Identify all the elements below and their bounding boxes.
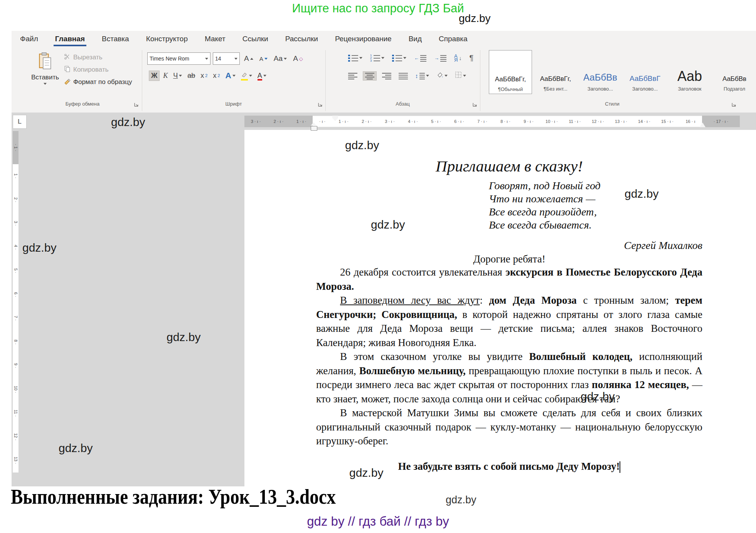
tab-insert[interactable]: Вставка (100, 33, 131, 46)
highlight-button[interactable] (239, 71, 254, 81)
copy-icon (64, 66, 71, 74)
paragraph-1[interactable]: 26 декабря состоится увлекательная экску… (316, 265, 702, 293)
paragraph-2[interactable]: В заповедном лесу вас ждут: дом Деда Мор… (316, 293, 702, 350)
font-dialog-launcher[interactable] (318, 102, 323, 107)
style-card-title[interactable]: Aab Заголовок (668, 50, 711, 93)
format-painter-icon (64, 78, 71, 86)
line-spacing-icon: ↕ (415, 72, 418, 79)
poem-author[interactable]: Сергей Михалков (316, 239, 702, 252)
shrink-font-button[interactable]: А (258, 55, 269, 63)
align-left-icon (348, 72, 357, 79)
bold-button[interactable]: Ж (149, 71, 160, 81)
tab-review[interactable]: Рецензирование (333, 33, 393, 46)
align-right-icon (382, 72, 391, 79)
font-group-label: Шрифт (142, 101, 325, 110)
format-painter-button[interactable]: Формат по образцу (64, 78, 132, 86)
show-marks-button[interactable]: ¶ (467, 53, 475, 63)
chevron-down-icon (359, 57, 362, 59)
paste-button[interactable]: Вставить (28, 52, 62, 85)
multilevel-list-button[interactable] (390, 54, 408, 62)
style-card-no-spacing[interactable]: АаБбВвГг, ¶Без инт... (534, 50, 577, 93)
ruler-left-margin: 3 · ı ·2 · ı ·1 · ı · (244, 116, 313, 127)
watermark: gdz.by (59, 442, 93, 455)
footer-links: gdz by // гдз бай // гдз by (0, 514, 756, 529)
underline-button[interactable]: Ч (171, 71, 184, 81)
style-card-subtitle[interactable]: АаБбВв Подзагол (713, 50, 756, 93)
borders-button[interactable] (453, 71, 468, 81)
chevron-down-icon (205, 58, 208, 60)
line-spacing-button[interactable]: ↕ (413, 72, 431, 80)
increase-indent-button[interactable]: → (432, 54, 448, 62)
clear-formatting-button[interactable]: А ◇ (291, 54, 305, 64)
align-right-button[interactable] (380, 72, 393, 80)
font-color-icon: А (258, 72, 262, 80)
paragraph-dialog-launcher[interactable] (473, 102, 478, 107)
chevron-down-icon (232, 75, 236, 77)
chevron-down-icon (249, 75, 252, 77)
cut-button[interactable]: Вырезать (64, 53, 103, 62)
watermark: gdz.by (111, 116, 145, 129)
style-card-normal[interactable]: АаБбВвГг, ¶Обычный (489, 50, 532, 94)
promo-header: Ищите нас по запросу ГДЗ Бай (0, 2, 756, 15)
watermark: gdz.by (345, 139, 379, 152)
paragraph-4[interactable]: В мастерской Матушки Зимы вы сможете сде… (316, 406, 702, 448)
tab-file[interactable]: Файл (19, 33, 40, 46)
document-canvas: Приглашаем в сказку! Говорят, под Новый … (12, 113, 756, 486)
sort-button[interactable]: АЯ ↓ (452, 54, 463, 63)
change-case-button[interactable]: Аа (272, 54, 289, 64)
tab-references[interactable]: Ссылки (241, 33, 270, 46)
tab-design[interactable]: Конструктор (145, 33, 189, 46)
eraser-icon: ◇ (299, 56, 303, 62)
tab-home[interactable]: Главная (54, 33, 86, 46)
text-effects-button[interactable]: А (224, 70, 237, 81)
subscript-button[interactable]: x2 (199, 71, 209, 81)
poem-line[interactable]: Что ни пожелается — (489, 192, 702, 205)
tab-layout[interactable]: Макет (203, 33, 227, 46)
document-page[interactable]: Приглашаем в сказку! Говорят, под Новый … (244, 130, 756, 486)
superscript-button[interactable]: x2 (211, 71, 222, 81)
multilevel-list-icon (392, 55, 402, 62)
watermark: gdz.by (349, 466, 383, 479)
ribbon-tab-row: Файл Главная Вставка Конструктор Макет С… (19, 31, 469, 49)
watermark: gdz.by (459, 12, 491, 25)
horizontal-ruler[interactable]: 3 · ı ·2 · ı ·1 · ı · · ı ·1 · ı ·2 · ı … (244, 116, 740, 127)
justify-button[interactable] (397, 72, 410, 80)
caret-up-icon (250, 58, 253, 60)
watermark: gdz.by (581, 390, 615, 403)
copy-button[interactable]: Копировать (64, 66, 109, 74)
clipboard-dialog-launcher[interactable] (134, 102, 140, 107)
paragraph-3[interactable]: В этом сказочном уголке вы увидите Волше… (316, 350, 702, 406)
font-name-combo[interactable]: Times New Rom (147, 52, 210, 65)
clipboard-group-label: Буфер обмена (23, 101, 142, 110)
align-left-button[interactable] (346, 72, 359, 80)
font-color-button[interactable]: А (256, 71, 268, 81)
tab-mailings[interactable]: Рассылки (284, 33, 320, 46)
poem-line[interactable]: Говорят, под Новый год (489, 179, 702, 192)
tab-view[interactable]: Вид (407, 33, 423, 46)
doc-heading[interactable]: Приглашаем в сказку! (316, 157, 702, 175)
highlighter-icon (241, 72, 248, 80)
grow-font-button[interactable]: А (242, 54, 255, 64)
poem-block[interactable]: Говорят, под Новый годЧто ни пожелается … (489, 179, 702, 232)
vertical-ruler[interactable]: · 1 · 1 ·2 ·3 ·4 ·5 ·6 ·7 ·8 ·9 ·10 ·11 … (13, 131, 19, 472)
decrease-indent-button[interactable]: ← (412, 54, 428, 62)
strikethrough-button[interactable]: ab (185, 71, 197, 81)
font-size-value: 14 (215, 55, 221, 62)
style-card-heading2[interactable]: АаБбВвГ Заголово... (624, 50, 666, 93)
tab-selector-box[interactable]: L (13, 115, 27, 129)
italic-button[interactable]: К (161, 71, 170, 81)
font-size-combo[interactable]: 14 (213, 52, 240, 65)
align-center-button[interactable] (363, 71, 377, 81)
poem-line[interactable]: Все всегда произойдет, (489, 205, 702, 219)
left-indent-marker[interactable] (311, 126, 317, 131)
pilcrow-icon: ¶ (469, 54, 473, 62)
numbered-list-button[interactable]: 123 (368, 54, 386, 62)
tab-help[interactable]: Справка (437, 33, 469, 46)
shading-button[interactable] (434, 71, 450, 81)
bullet-list-button[interactable] (346, 54, 364, 62)
salutation[interactable]: Дорогие ребята! (316, 253, 702, 265)
poem-line[interactable]: Все всегда сбывается. (489, 219, 702, 232)
format-painter-label: Формат по образцу (73, 78, 132, 86)
style-card-heading1[interactable]: АаБбВв Заголово... (579, 50, 621, 93)
styles-dialog-launcher[interactable] (732, 102, 737, 107)
